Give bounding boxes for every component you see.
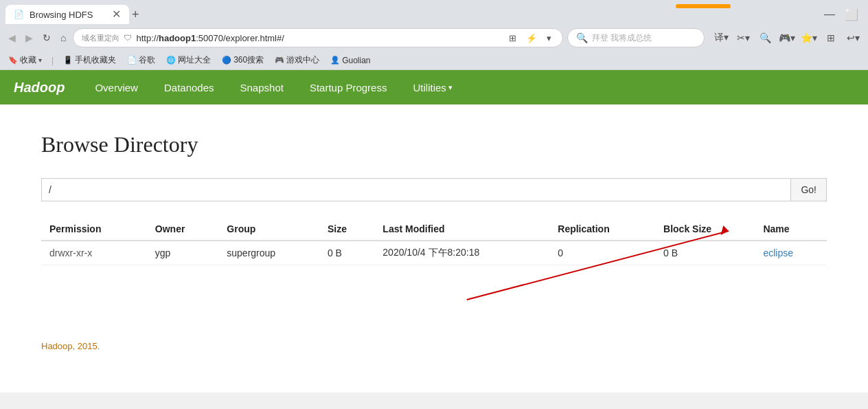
search-icon: 🔍 [576, 32, 588, 43]
cut-button[interactable]: ✂▾ [733, 28, 753, 47]
table-header-row: Permission Owner Group Size Last Modifie… [41, 218, 827, 241]
security-icon: 🛡 [124, 33, 132, 43]
table-body: drwxr-xr-x ygp supergroup 0 B 2020/10/4 … [41, 241, 827, 265]
col-owner: Owner [147, 218, 218, 241]
tab-title: Browsing HDFS [30, 10, 93, 20]
separator-1: | [52, 56, 54, 65]
url-prefix: http:// [136, 33, 159, 43]
url-suffix: :50070/explorer.html#/ [196, 33, 284, 43]
bookmark-360-label: 360搜索 [233, 54, 264, 66]
progress-bar [676, 4, 731, 8]
bookmark-collect[interactable]: 🔖 收藏 ▾ [5, 53, 45, 67]
360-icon: 🔵 [222, 56, 231, 65]
page-title: Browse Directory [41, 132, 827, 157]
nav-link-overview[interactable]: Overview [92, 72, 141, 103]
url-host: hadoop1 [159, 33, 196, 43]
bookmark-mobile[interactable]: 📱 手机收藏夹 [60, 53, 119, 67]
path-form: Go! [41, 178, 827, 201]
directory-table: Permission Owner Group Size Last Modifie… [41, 218, 827, 265]
col-permission: Permission [41, 218, 147, 241]
window-controls: — ⬜ [820, 7, 863, 23]
main-content: Browse Directory Go! Permission Owner Gr… [0, 104, 868, 393]
google-icon: 📄 [127, 56, 137, 65]
col-name: Name [755, 218, 827, 241]
cell-replication: 0 [549, 241, 655, 265]
dropdown-icon[interactable]: ▾ [544, 32, 554, 45]
bookmark-games[interactable]: 🎮 游戏中心 [272, 53, 322, 67]
bookmark-google-label: 谷歌 [139, 54, 155, 66]
table-header: Permission Owner Group Size Last Modifie… [41, 218, 827, 241]
bookmark-guolian-label: Guolian [342, 56, 370, 65]
cell-block-size: 0 B [655, 241, 755, 265]
address-bar: ◀ ▶ ↻ ⌂ 域名重定向 🛡 http://hadoop1:50070/exp… [0, 25, 868, 51]
url-icon: 🌐 [166, 56, 176, 65]
bookmark-google[interactable]: 📄 谷歌 [124, 53, 158, 67]
col-last-modified: Last Modified [374, 218, 549, 241]
domain-redirect-tag: 域名重定向 [82, 33, 119, 43]
footer-text: Hadoop, 2015. [41, 341, 100, 351]
hadoop-navbar: Hadoop Overview Datanodes Snapshot Start… [0, 70, 868, 104]
col-group: Group [218, 218, 319, 241]
col-size: Size [319, 218, 374, 241]
cell-group: supergroup [218, 241, 319, 265]
bookmark-url-label: 网址大全 [178, 54, 211, 66]
maximize-button[interactable]: ⬜ [841, 7, 863, 23]
search-bar[interactable]: 🔍 拜登 我将成总统 [567, 28, 705, 47]
bookmark-guolian[interactable]: 👤 Guolian [328, 54, 373, 67]
table-row: drwxr-xr-x ygp supergroup 0 B 2020/10/4 … [41, 241, 827, 265]
refresh-button[interactable]: ↻ [40, 31, 54, 45]
tab-favicon: 📄 [14, 10, 24, 19]
cell-last-modified: 2020/10/4 下午8:20:18 [374, 241, 549, 265]
bookmark-collect-label: 收藏 [20, 54, 36, 66]
path-input[interactable] [41, 178, 791, 201]
hadoop-brand: Hadoop [14, 80, 65, 96]
nav-link-startup-progress[interactable]: Startup Progress [307, 72, 390, 103]
bookmark-mobile-label: 手机收藏夹 [75, 54, 116, 66]
grid-icon[interactable]: ⊞ [506, 32, 519, 45]
collect-icon: 🔖 [8, 56, 18, 65]
progress-indicator [676, 4, 731, 8]
undo-button[interactable]: ↩▾ [843, 28, 863, 47]
cell-name[interactable]: eclipse [755, 241, 827, 265]
cell-size: 0 B [319, 241, 374, 265]
directory-link[interactable]: eclipse [763, 247, 793, 258]
lightning-icon[interactable]: ⚡ [523, 32, 540, 45]
col-block-size: Block Size [655, 218, 755, 241]
page-footer: Hadoop, 2015. [41, 341, 827, 351]
utilities-label: Utilities [413, 82, 446, 93]
new-tab-button[interactable]: + [132, 8, 139, 22]
home-button[interactable]: ⌂ [58, 31, 69, 45]
cell-owner: ygp [147, 241, 218, 265]
browser-window: 📄 Browsing HDFS ✕ + — ⬜ ◀ ▶ ↻ ⌂ 域名重定向 🛡 … [0, 0, 868, 393]
toolbar-icons: 译▾ ✂▾ 🔍 🎮▾ ⭐▾ ⊞ ↩▾ [711, 28, 863, 47]
bookmark-url[interactable]: 🌐 网址大全 [163, 53, 214, 67]
nav-link-utilities[interactable]: Utilities ▾ [410, 72, 455, 103]
tab-close-button[interactable]: ✕ [112, 9, 121, 20]
forward-button[interactable]: ▶ [23, 31, 36, 45]
nav-link-snapshot[interactable]: Snapshot [238, 72, 286, 103]
translate-button[interactable]: 译▾ [711, 28, 731, 47]
go-button[interactable]: Go! [791, 178, 827, 201]
grid-view-button[interactable]: ⊞ [821, 28, 841, 47]
star-button[interactable]: ⭐▾ [799, 28, 819, 47]
utilities-caret-icon: ▾ [448, 83, 453, 92]
minimize-button[interactable]: — [820, 7, 839, 23]
back-button[interactable]: ◀ [5, 31, 19, 45]
games-icon: 🎮 [275, 56, 284, 65]
nav-link-datanodes[interactable]: Datanodes [161, 72, 217, 103]
search-text: 拜登 我将成总统 [592, 32, 652, 44]
bookmark-360[interactable]: 🔵 360搜索 [219, 53, 266, 67]
gamepad-button[interactable]: 🎮▾ [777, 28, 797, 47]
active-tab[interactable]: 📄 Browsing HDFS ✕ [5, 5, 129, 24]
cell-permission: drwxr-xr-x [41, 241, 147, 265]
col-replication: Replication [549, 218, 655, 241]
bookmarks-bar: 🔖 收藏 ▾ | 📱 手机收藏夹 📄 谷歌 🌐 网址大全 🔵 360搜索 🎮 游… [0, 51, 868, 70]
address-url: http://hadoop1:50070/explorer.html#/ [136, 33, 502, 43]
guolian-icon: 👤 [330, 56, 340, 65]
bookmark-games-label: 游戏中心 [286, 54, 319, 66]
search-button[interactable]: 🔍 [755, 28, 775, 47]
tab-bar: 📄 Browsing HDFS ✕ + — ⬜ [0, 0, 868, 25]
mobile-icon: 📱 [63, 56, 73, 65]
spacer [41, 265, 827, 320]
collect-dropdown-icon: ▾ [38, 56, 42, 64]
